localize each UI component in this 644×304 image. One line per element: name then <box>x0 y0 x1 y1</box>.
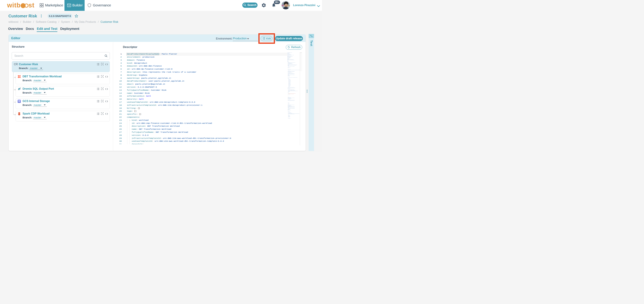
svg-text:</>: </> <box>68 5 70 7</box>
